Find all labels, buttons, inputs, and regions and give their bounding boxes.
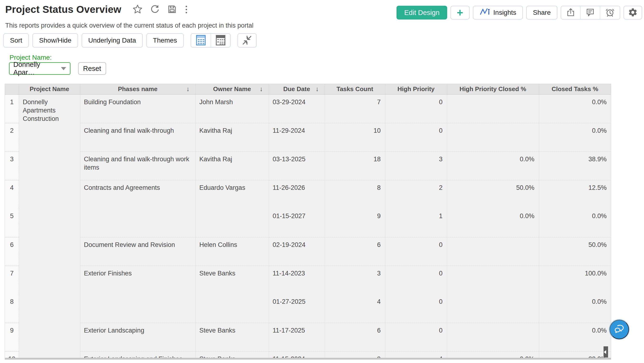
cell-tasks[interactable]: 6 (324, 237, 385, 266)
cell-owner[interactable]: Kavitha Raj (196, 123, 269, 152)
cell-owner[interactable]: John Marsh (196, 94, 269, 123)
cell-owner[interactable]: Steve Banks (196, 266, 269, 323)
cell-high[interactable]: 0 (385, 294, 447, 323)
alert-button[interactable] (600, 6, 620, 19)
column-header-project[interactable]: Project Name (19, 84, 80, 94)
comment-button[interactable] (581, 6, 600, 19)
sort-descending-icon[interactable]: ↓ (316, 85, 319, 93)
cell-due[interactable]: 01-15-2027 (269, 209, 324, 237)
cell-closed[interactable]: 38.9% (539, 152, 611, 180)
cell-high[interactable]: 3 (385, 152, 447, 180)
cell-hpc[interactable] (447, 323, 539, 351)
column-header-row-number[interactable] (5, 84, 19, 94)
cell-hpc[interactable]: 0.0% (447, 209, 539, 237)
cell-due[interactable]: 11-14-2023 (269, 266, 324, 294)
project-name-filter-dropdown[interactable]: Donnelly Apar… (9, 62, 70, 75)
cell-phase[interactable]: Contracts and Agreements (80, 180, 196, 237)
favorite-button[interactable] (132, 4, 143, 15)
cell-phase[interactable]: Cleaning and final walk-through (80, 123, 196, 152)
cell-due[interactable]: 11-26-2026 (269, 180, 324, 209)
show-hide-button[interactable]: Show/Hide (32, 33, 78, 47)
cell-tasks[interactable]: 7 (324, 94, 385, 123)
cell-high[interactable]: 0 (385, 94, 447, 123)
cell-owner[interactable]: Eduardo Vargas (196, 180, 269, 237)
cell-tasks[interactable]: 3 (324, 266, 385, 294)
cell-due[interactable]: 02-19-2024 (269, 237, 324, 266)
cell-high[interactable]: 0 (385, 237, 447, 266)
underlying-data-button[interactable]: Underlying Data (82, 33, 143, 47)
horizontal-scrollbar-track[interactable] (5, 358, 611, 360)
themes-button[interactable]: Themes (146, 33, 184, 47)
sort-button[interactable]: Sort (3, 33, 29, 47)
cell-closed[interactable]: 100.0% (539, 266, 611, 294)
table-view-button[interactable] (191, 34, 210, 47)
column-header-due[interactable]: Due Date↓ (269, 84, 324, 94)
collapse-button[interactable] (238, 33, 256, 47)
cell-project[interactable]: Donnelly Apartments Construction (19, 94, 80, 360)
cell-num: 1 (5, 94, 19, 123)
cell-closed[interactable]: 12.5% (539, 180, 611, 209)
cell-hpc[interactable] (447, 294, 539, 323)
cell-hpc[interactable] (447, 266, 539, 294)
sort-descending-icon[interactable]: ↓ (260, 85, 263, 93)
cell-due[interactable]: 03-29-2024 (269, 94, 324, 123)
cell-closed[interactable]: 50.0% (539, 237, 611, 266)
grouped-table-view-button[interactable] (210, 34, 230, 47)
cell-tasks[interactable]: 18 (324, 152, 385, 180)
cell-high[interactable]: 1 (385, 209, 447, 237)
cell-phase[interactable]: Cleaning and final walk-through work ite… (80, 152, 196, 180)
cell-high[interactable]: 0 (385, 266, 447, 294)
edit-design-button[interactable]: Edit Design (396, 6, 447, 19)
report-toolbar: Sort Show/Hide Underlying Data Themes (3, 33, 256, 47)
settings-button[interactable] (624, 6, 642, 19)
column-header-closed[interactable]: Closed Tasks % (539, 84, 611, 94)
cell-hpc[interactable]: 50.0% (447, 180, 539, 209)
cell-closed[interactable]: 0.0% (539, 94, 611, 123)
scrollbar-handle[interactable] (604, 346, 608, 358)
cell-due[interactable]: 11-29-2024 (269, 123, 324, 152)
cell-high[interactable]: 0 (385, 123, 447, 152)
save-button[interactable] (167, 4, 177, 15)
cell-owner[interactable]: Helen Collins (196, 237, 269, 266)
cell-hpc[interactable] (447, 123, 539, 152)
column-header-owner[interactable]: Owner Name↓ (196, 84, 269, 94)
table-row: 7Exterior FinishesSteve Banks11-14-20233… (5, 266, 611, 294)
cell-hpc[interactable]: 0.0% (447, 152, 539, 180)
cell-tasks[interactable]: 10 (324, 123, 385, 152)
cell-phase[interactable]: Exterior Landscaping (80, 323, 196, 351)
share-button[interactable]: Share (526, 6, 557, 19)
cell-closed[interactable]: 0.0% (539, 323, 611, 351)
cell-closed[interactable]: 0.0% (539, 209, 611, 237)
column-header-tasks[interactable]: Tasks Count (324, 84, 385, 94)
cell-tasks[interactable]: 8 (324, 180, 385, 209)
refresh-button[interactable] (150, 4, 160, 15)
cell-phase[interactable]: Exterior Finishes (80, 266, 196, 323)
cell-phase[interactable]: Building Foundation (80, 94, 196, 123)
sort-descending-icon[interactable]: ↓ (186, 85, 190, 93)
column-header-high[interactable]: High Priority (385, 84, 447, 94)
cell-high[interactable]: 0 (385, 323, 447, 351)
cell-tasks[interactable]: 9 (324, 209, 385, 237)
cell-hpc[interactable] (447, 237, 539, 266)
cell-owner[interactable]: Steve Banks (196, 323, 269, 351)
page-title: Project Status Overview (5, 4, 121, 15)
column-header-phase[interactable]: Phases name↓ (80, 84, 196, 94)
export-button[interactable] (561, 6, 581, 19)
cell-high[interactable]: 2 (385, 180, 447, 209)
insights-button[interactable]: Insights (473, 6, 523, 19)
cell-closed[interactable]: 0.0% (539, 294, 611, 323)
cell-owner[interactable]: Kavitha Raj (196, 152, 269, 180)
cell-due[interactable]: 11-17-2025 (269, 323, 324, 351)
cell-due[interactable]: 01-27-2025 (269, 294, 324, 323)
add-button[interactable]: + (450, 6, 470, 19)
cell-due[interactable]: 03-13-2025 (269, 152, 324, 180)
cell-hpc[interactable] (447, 94, 539, 123)
cell-phase[interactable]: Document Review and Revision (80, 237, 196, 266)
chat-assistant-button[interactable] (610, 320, 629, 339)
cell-tasks[interactable]: 4 (324, 294, 385, 323)
cell-tasks[interactable]: 6 (324, 323, 385, 351)
reset-filter-button[interactable]: Reset (78, 62, 106, 75)
more-options-button[interactable] (184, 5, 188, 14)
cell-closed[interactable]: 0.0% (539, 123, 611, 152)
column-header-hpc[interactable]: High Priority Closed % (447, 84, 539, 94)
